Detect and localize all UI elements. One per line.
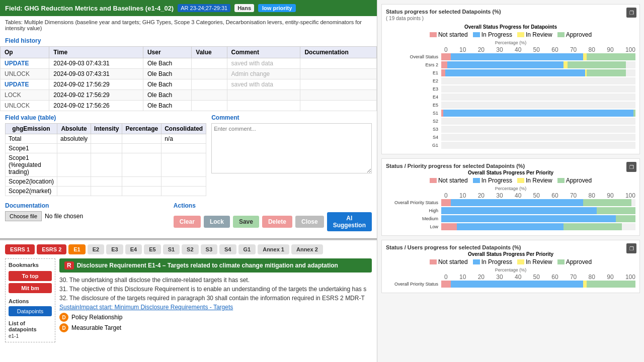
esrs-tab-s4[interactable]: S4 (219, 244, 236, 254)
fv-percentage (122, 134, 162, 144)
delete-button[interactable]: Delete (262, 216, 292, 228)
fv-percentage (122, 177, 162, 187)
esrs-tab-annex1[interactable]: Annex 1 (258, 244, 289, 254)
in-progress-bar (443, 110, 633, 117)
op-cell: LOCK (1, 90, 49, 101)
list-item: 31. The objective of this Disclosure Req… (59, 286, 372, 293)
legend-color (557, 178, 565, 183)
x-axis-label: Percentage (%) (386, 267, 635, 273)
x-tick: 20 (478, 192, 485, 199)
to-top-button[interactable]: To top (9, 271, 52, 281)
save-button[interactable]: Save (233, 216, 259, 228)
fv-col-consolidated: Consolidated (162, 124, 206, 134)
op-cell: UNLOCK (1, 69, 49, 79)
esrs-tab-esrs1[interactable]: ESRS 1 (5, 244, 35, 254)
x-tick: 10 (459, 274, 466, 281)
chart-legend: Not startedIn ProgressIn ReviewApproved (386, 258, 635, 265)
comment-cell: saved with data (227, 79, 300, 90)
bookmarks-title: Bookmarks (9, 262, 52, 268)
time-cell: 2024-09-03 07:43:31 (49, 58, 143, 69)
bar-container (441, 61, 635, 68)
in-progress-bar (447, 61, 564, 68)
chart3-copy-icon[interactable]: ❐ (626, 243, 636, 253)
chart1-title: Status progress for selected Datapoints … (386, 9, 635, 15)
comment-cell (227, 90, 300, 101)
fv-intensity (91, 153, 122, 177)
fv-percentage (122, 153, 162, 177)
not-started-bar (441, 69, 445, 76)
d-icon: D (59, 313, 68, 322)
mit-bm-button[interactable]: Mit bm (9, 283, 52, 293)
x-tick: 70 (570, 46, 577, 53)
x-tick: 100 (625, 274, 635, 281)
value-cell (192, 79, 227, 90)
bar-row: S1 (386, 110, 635, 117)
esrs-tab-g1[interactable]: G1 (238, 244, 256, 254)
bar-label: High (386, 208, 441, 213)
esrs-tab-esrs2[interactable]: ESRS 2 (37, 244, 66, 254)
esrs-tab-e4[interactable]: E4 (125, 244, 142, 254)
esrs-tab-s3[interactable]: S3 (201, 244, 217, 254)
chart2-copy-icon[interactable]: ❐ (626, 162, 636, 172)
bar-container (441, 102, 635, 109)
x-tick: 0 (444, 192, 448, 199)
x-tick: 0 (444, 46, 448, 53)
bar-label: S3 (386, 127, 441, 132)
field-value-comment-row: Field value (table) ghgEmission Absolute… (0, 111, 377, 199)
fv-consolidated (162, 153, 206, 177)
clear-button[interactable]: Clear (174, 216, 201, 228)
r-badge: R (64, 261, 74, 269)
item-num: 32. (59, 295, 68, 302)
actions-section: Actions Clear Lock Save Delete Close AI … (174, 202, 372, 231)
fv-intensity (91, 144, 122, 153)
chart3-title: Status / Users progress for selected Dat… (386, 244, 635, 250)
bar-row: E5 (386, 102, 635, 109)
legend-label: In Progress (481, 31, 512, 38)
x-tick: 30 (496, 274, 503, 281)
lock-button[interactable]: Lock (204, 216, 230, 228)
esrs-tab-annex2[interactable]: Annex 2 (291, 244, 323, 254)
x-tick: 10 (459, 192, 466, 199)
not-started-bar (441, 61, 447, 68)
in-review-bar (583, 53, 587, 60)
bar-row: Overall Priority Status (386, 281, 635, 288)
esrs-tab-e1[interactable]: E1 (68, 244, 85, 254)
doc-cell (300, 79, 377, 90)
table-row: UPDATE 2024-09-03 07:43:31 Ole Bach save… (1, 58, 377, 69)
sustainimpact-link[interactable]: SustainImpact start: Minimum Disclosure … (59, 304, 372, 311)
esrs-tab-s1[interactable]: S1 (163, 244, 180, 254)
choose-file-button[interactable]: Choose file (5, 211, 42, 221)
bar-container (441, 134, 635, 141)
time-cell: 2024-09-03 07:43:31 (49, 69, 143, 79)
item-text: The undertaking shall disclose the clima… (69, 277, 250, 284)
x-tick: 80 (589, 192, 595, 199)
x-tick: 80 (589, 46, 595, 53)
comment-section: Comment (211, 114, 372, 196)
legend-label: Approved (566, 177, 592, 184)
datapoints-button[interactable]: Datapoints (9, 306, 52, 316)
x-axis-label: Percentage (%) (386, 40, 635, 45)
esrs-tab-e5[interactable]: E5 (144, 244, 160, 254)
approved-bar (568, 61, 626, 68)
esrs-tab-e3[interactable]: E3 (106, 244, 123, 254)
bar-label: S4 (386, 135, 441, 140)
esrs-tab-e2[interactable]: E2 (88, 244, 104, 254)
chart1-copy-icon[interactable]: ❐ (626, 8, 636, 18)
ai-suggestion-button[interactable]: AI Suggestion (327, 212, 372, 231)
bar-label: E3 (386, 86, 441, 92)
comment-textarea[interactable] (211, 123, 372, 173)
time-cell: 2024-09-02 17:56:29 (49, 90, 143, 101)
item-text: The objective of this Disclosure Require… (69, 286, 366, 293)
bar-container (441, 223, 635, 230)
list-of-datapoints-label: List of datapoints (9, 320, 52, 332)
not-started-bar (441, 53, 451, 60)
value-cell (192, 101, 227, 111)
esrs-tab-s2[interactable]: S2 (182, 244, 198, 254)
close-button[interactable]: Close (295, 216, 324, 228)
x-tick: 50 (533, 274, 540, 281)
in-progress-bar (451, 281, 583, 288)
bar-row: Low (386, 223, 635, 230)
bar-label: S2 (386, 119, 441, 124)
table-row: UNLOCK 2024-09-02 17:56:26 Ole Bach (1, 101, 377, 111)
not-started-bar (441, 281, 451, 288)
